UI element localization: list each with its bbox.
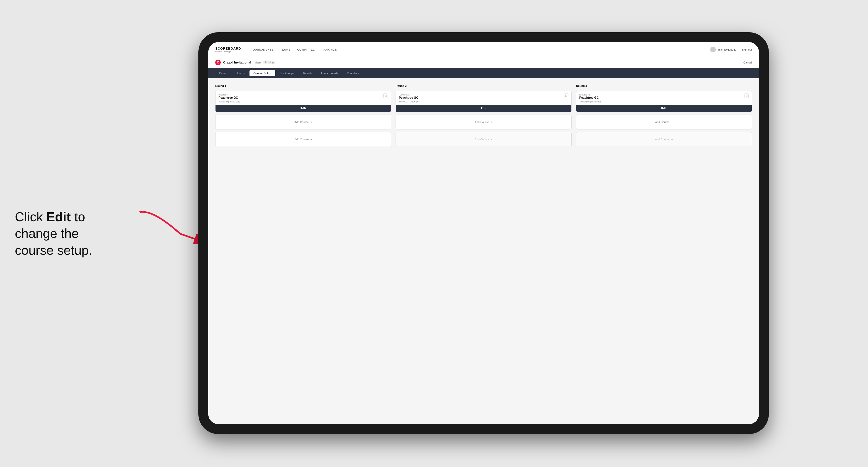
plus-icon-2: + [310, 138, 312, 141]
plus-icon-3: + [490, 121, 492, 124]
nav-right: blair@clippd.io | Sign out [710, 47, 752, 52]
round-1-add-course-1-label: Add Course + [294, 121, 312, 124]
round-3-header: Round 3 [576, 84, 752, 87]
round-1-course-header: (Course A) Peachtree GC ⊟ [216, 91, 391, 100]
clippd-logo: C [215, 60, 221, 65]
round-1-add-course-2-label: Add Course + [294, 138, 312, 141]
instruction-prefix: Click [15, 209, 46, 224]
tab-leaderboards[interactable]: Leaderboards [317, 70, 342, 76]
round-2-course-details: Yellow (M) (6629 yds) [396, 100, 571, 105]
round-2-delete-button[interactable]: ⊟ [564, 93, 568, 98]
round-1-add-course-2[interactable]: Add Course + [215, 132, 391, 147]
plus-icon-4: + [490, 138, 492, 141]
plus-icon-5: + [671, 121, 673, 124]
logo-subtitle: Powered by clippd [215, 50, 241, 53]
round-2-header: Round 2 [396, 84, 571, 87]
sign-out-link[interactable]: Sign out [742, 48, 752, 51]
round-2-add-course-1-label: Add Course + [475, 121, 493, 124]
round-2-add-course-2-label: Add Course + [475, 138, 493, 141]
tablet-screen: SCOREBOARD Powered by clippd TOURNAMENTS… [208, 42, 759, 424]
round-1-course-label: (Course A) [218, 93, 238, 96]
user-avatar [710, 47, 716, 52]
round-3-add-course-2: Add Course + [576, 132, 752, 147]
tournament-gender: (Men) [254, 61, 261, 64]
plus-icon-1: + [310, 121, 312, 124]
round-2-add-course-2: Add Course + [396, 132, 571, 147]
nav-links: TOURNAMENTS TEAMS COMMITTEE RANKINGS [251, 48, 703, 51]
round-3-course-details: Yellow (M) (6629 yds) [576, 100, 752, 105]
tournament-bar: C Clippd Invitational (Men) Hosting Canc… [208, 57, 759, 68]
tab-course-setup[interactable]: Course Setup [249, 70, 275, 76]
cancel-button[interactable]: Cancel [744, 61, 752, 64]
round-3-add-course-2-label: Add Course + [655, 138, 673, 141]
round-2-edit-button[interactable]: Edit [396, 105, 571, 112]
main-content: Round 1 (Course A) Peachtree GC ⊟ Yellow… [208, 79, 759, 424]
round-3-add-course-1-label: Add Course + [655, 121, 673, 124]
scoreboard-logo: SCOREBOARD Powered by clippd [215, 46, 241, 53]
tab-details[interactable]: Details [215, 70, 231, 76]
round-3-edit-button[interactable]: Edit [576, 105, 752, 112]
round-1-add-course-1[interactable]: Add Course + [215, 115, 391, 129]
round-3-course-name: Peachtree GC [579, 96, 599, 99]
round-3-add-course-1[interactable]: Add Course + [576, 115, 752, 129]
round-2-column: Round 2 (Course A) Peachtree GC ⊟ Yellow… [396, 84, 571, 147]
round-3-course-label: (Course A) [579, 93, 599, 96]
tab-bar: Details Teams Course Setup Tee Groups Re… [208, 68, 759, 79]
round-3-course-card: (Course A) Peachtree GC ⊟ Yellow (M) (66… [576, 91, 752, 112]
tablet-frame: SCOREBOARD Powered by clippd TOURNAMENTS… [198, 32, 769, 434]
round-2-course-header: (Course A) Peachtree GC ⊟ [396, 91, 571, 100]
nav-committee[interactable]: COMMITTEE [297, 48, 315, 51]
round-1-course-card: (Course A) Peachtree GC ⊟ Yellow (M) (66… [215, 91, 391, 112]
tournament-info: C Clippd Invitational (Men) Hosting [215, 60, 276, 65]
rounds-grid: Round 1 (Course A) Peachtree GC ⊟ Yellow… [215, 84, 752, 147]
round-1-course-name: Peachtree GC [218, 96, 238, 99]
sign-out-separator: | [739, 48, 740, 51]
round-3-course-header: (Course A) Peachtree GC ⊟ [576, 91, 752, 100]
logo-title: SCOREBOARD [215, 46, 241, 50]
nav-rankings[interactable]: RANKINGS [322, 48, 337, 51]
round-2-course-card: (Course A) Peachtree GC ⊟ Yellow (M) (66… [396, 91, 571, 112]
tab-teams[interactable]: Teams [232, 70, 248, 76]
round-1-column: Round 1 (Course A) Peachtree GC ⊟ Yellow… [215, 84, 391, 147]
tab-printables[interactable]: Printables [343, 70, 363, 76]
tab-tee-groups[interactable]: Tee Groups [276, 70, 298, 76]
round-1-edit-button[interactable]: Edit [216, 105, 391, 112]
nav-teams[interactable]: TEAMS [280, 48, 290, 51]
instruction-text: Click Edit tochange thecourse setup. [15, 208, 92, 259]
top-nav: SCOREBOARD Powered by clippd TOURNAMENTS… [208, 42, 759, 57]
round-2-course-name: Peachtree GC [399, 96, 418, 99]
round-3-column: Round 3 (Course A) Peachtree GC ⊟ Yellow… [576, 84, 752, 147]
tournament-name: Clippd Invitational [223, 61, 251, 64]
round-1-delete-button[interactable]: ⊟ [383, 93, 388, 98]
round-1-header: Round 1 [215, 84, 391, 87]
round-1-course-details: Yellow (M) (6629 yds) [216, 100, 391, 105]
hosting-badge: Hosting [263, 61, 276, 64]
nav-tournaments[interactable]: TOURNAMENTS [251, 48, 273, 51]
plus-icon-6: + [671, 138, 673, 141]
instruction-bold: Edit [46, 209, 71, 224]
user-email: blair@clippd.io [718, 48, 736, 51]
round-3-delete-button[interactable]: ⊟ [744, 93, 749, 98]
tab-results[interactable]: Results [299, 70, 316, 76]
round-2-add-course-1[interactable]: Add Course + [396, 115, 571, 129]
round-2-course-label: (Course A) [399, 93, 418, 96]
